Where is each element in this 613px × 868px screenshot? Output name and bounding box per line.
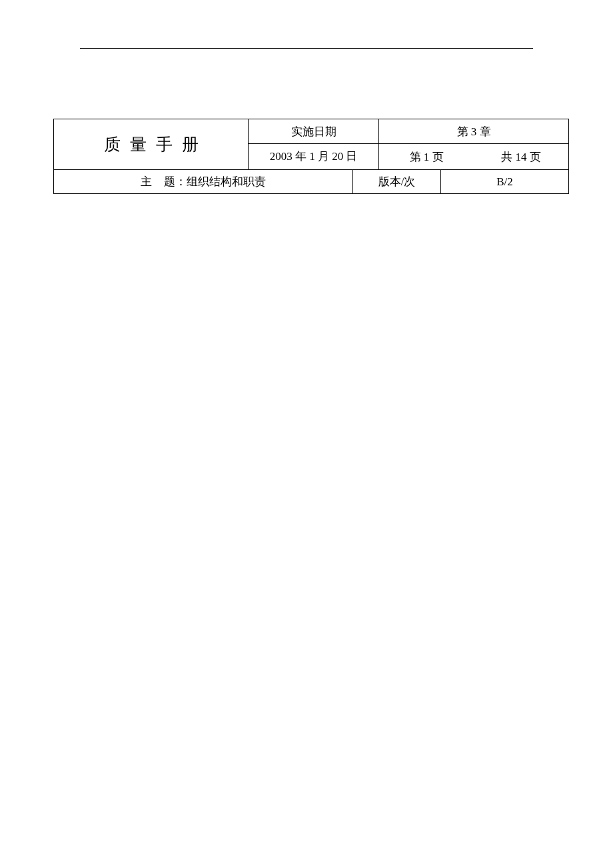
right-column: 第 3 章 第 1 页 共 14 页 [379,119,568,169]
header-rule-line [80,48,533,49]
subject-text: 主题：组织结构和职责 [141,174,266,189]
table-row-1: 质量手册 实施日期 2003 年 1 月 20 日 第 3 章 第 1 页 共 … [54,119,568,169]
implement-date-value: 2003 年 1 月 20 日 [270,149,358,164]
implement-date-label-cell: 实施日期 [249,119,378,144]
page-total-cell: 共 14 页 [474,144,568,169]
implement-date-value-cell: 2003 年 1 月 20 日 [249,144,378,169]
page-row: 第 1 页 共 14 页 [379,144,568,169]
chapter-cell: 第 3 章 [379,119,568,144]
document-title-cell: 质量手册 [54,119,249,169]
version-value: B/2 [496,175,513,189]
version-label: 版本/次 [378,174,416,189]
implement-date-label: 实施日期 [291,124,336,139]
document-title: 质量手册 [104,133,208,155]
middle-column: 实施日期 2003 年 1 月 20 日 [249,119,379,169]
page-current-cell: 第 1 页 [379,144,474,169]
version-value-cell: B/2 [441,170,568,193]
version-label-cell: 版本/次 [353,170,441,193]
page-current: 第 1 页 [410,149,444,165]
subject-label: 题：组织结构和职责 [164,175,266,188]
document-header-table: 质量手册 实施日期 2003 年 1 月 20 日 第 3 章 第 1 页 共 … [53,119,569,194]
subject-cell: 主题：组织结构和职责 [54,170,353,193]
chapter-label: 第 3 章 [457,124,491,139]
subject-prefix: 主 [141,175,164,188]
table-row-2: 主题：组织结构和职责 版本/次 B/2 [54,169,568,193]
page-total: 共 14 页 [501,149,541,165]
